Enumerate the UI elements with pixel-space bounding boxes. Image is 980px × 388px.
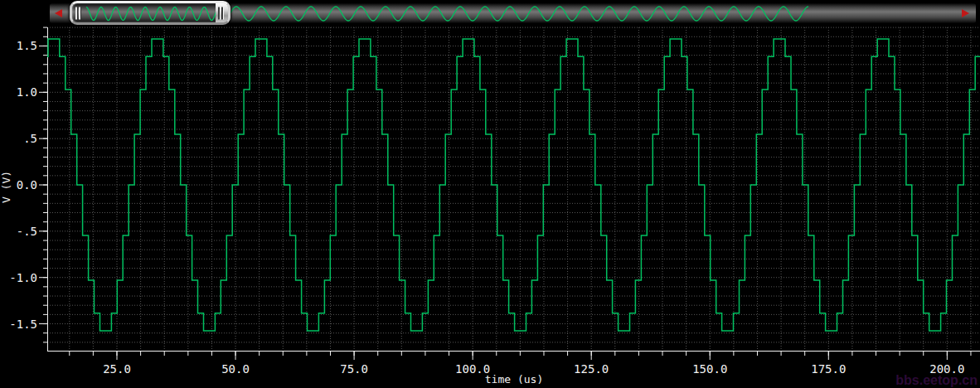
y-tick-label: -.5 — [17, 225, 37, 238]
y-tick-label: .5 — [23, 132, 37, 145]
x-tick-label: 25.0 — [103, 362, 131, 376]
y-tick-label: 1.5 — [17, 39, 37, 52]
x-tick-label: 75.0 — [340, 362, 368, 376]
grid-lines — [47, 27, 980, 351]
x-axis-title: time (us) — [464, 373, 564, 386]
axes — [39, 27, 980, 360]
watermark: bbs.eetop.cn — [895, 373, 978, 388]
x-tick-label: 125.0 — [574, 362, 609, 376]
y-tick-label: 1.0 — [17, 85, 37, 99]
waveform-plot-area[interactable]: 25.050.075.0100.0125.0150.0175.0200.01.5… — [0, 0, 980, 388]
x-tick-label: 175.0 — [811, 362, 846, 376]
y-tick-label: -1.5 — [9, 318, 37, 331]
x-tick-label: 150.0 — [692, 362, 727, 376]
y-axis-title: V (V) — [0, 170, 12, 205]
y-tick-label: -1.0 — [9, 271, 37, 284]
y-tick-label: 0.0 — [17, 178, 37, 192]
chart-canvas: 25.050.075.0100.0125.0150.0175.0200.01.5… — [0, 0, 980, 388]
waveform-viewer-window: 25.050.075.0100.0125.0150.0175.0200.01.5… — [0, 0, 980, 388]
x-tick-label: 50.0 — [221, 362, 250, 376]
